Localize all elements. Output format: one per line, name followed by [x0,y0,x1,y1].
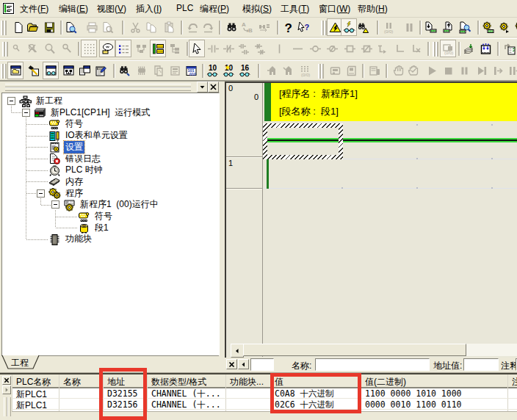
run-mode-gear-button[interactable] [480,18,496,36]
scrollbar-thumb[interactable] [243,344,466,356]
watch-cell-r2c3[interactable]: D32156 [107,399,138,410]
pause-counter-button[interactable]: (0/0) [380,18,397,36]
addrbar-prev-button[interactable] [238,359,249,369]
open-folder-button[interactable] [24,18,40,36]
sim-run-button[interactable] [424,62,440,79]
scroll-left-button[interactable] [231,344,244,358]
tree-expand-box[interactable] [37,189,45,198]
rung-wrap-button[interactable] [133,40,149,57]
redo-button[interactable] [200,18,216,36]
watch-col-header-8[interactable]: 注释 [512,376,517,388]
sim-pause-button[interactable] [456,62,472,79]
watch-col-divider[interactable] [103,374,104,411]
tree-item-1[interactable]: 新工程 [19,95,64,107]
tree-expand-box[interactable] [51,200,59,209]
watch-col-divider[interactable] [59,374,59,411]
print-button[interactable] [84,18,100,36]
address-reference-tool-button[interactable] [93,62,109,79]
address-value-field[interactable] [463,358,499,371]
closed-instruction-button[interactable] [358,40,375,57]
fb-instance-field[interactable] [250,358,274,371]
show-rung-ladder-button[interactable] [150,40,166,57]
cut-scissors-button[interactable] [127,18,143,36]
download-to-plc-button[interactable] [422,18,438,36]
toggle-workspace-window-button[interactable] [7,62,24,79]
toggle-crossref-window-button[interactable] [60,62,76,79]
tree-item-8[interactable]: 内存 [48,175,84,187]
toolbar-grip[interactable] [318,64,323,79]
memory-card-button[interactable] [344,62,360,79]
function-invoke-button[interactable] [375,40,391,57]
context-help-button[interactable]: ? [295,18,311,36]
block-hierarchy-button[interactable] [167,40,183,57]
sim-continuous-step-button[interactable] [505,62,517,79]
monitor-hex-button[interactable]: 16 [236,62,253,79]
tree-item-9[interactable]: 程序 [48,187,84,199]
sim-stop-button[interactable] [440,62,456,79]
dock-menu-button[interactable] [197,82,208,93]
toggle-watch-window-button[interactable] [43,62,59,79]
toolbar-grip[interactable] [433,42,438,57]
toolbar-grip[interactable] [321,21,326,35]
replace-button[interactable]: AB [239,18,255,36]
watch-col-header-7[interactable]: 值(二进制) [365,376,406,388]
pause-bars-button[interactable] [401,18,417,36]
line-delete-button[interactable] [408,40,424,57]
line-connect-button[interactable] [392,40,408,57]
or-contact-button[interactable] [236,40,252,57]
monitor-decimal-button[interactable]: 10 [204,62,220,79]
select-arrow-button[interactable] [189,40,205,57]
workspace-close-button[interactable] [208,82,219,93]
resume-simulation-hand-button[interactable] [405,62,422,79]
tree-item-4[interactable]: IO表和单元设置 [48,130,129,142]
contact-button[interactable] [205,40,221,57]
transfer-check-button[interactable] [502,40,517,57]
watch-col-header-5[interactable]: 功能块... [230,376,264,388]
ladder-window-icon[interactable] [2,2,15,15]
menu-2[interactable]: 编辑(E) [59,3,88,15]
watch-col-divider[interactable] [507,374,508,411]
workspace-caption[interactable] [0,82,221,92]
program-pages-button[interactable] [151,62,167,79]
zoom-cancel-button[interactable] [24,40,40,57]
menu-6[interactable]: 编程(P) [200,3,229,15]
goto-next-address-button[interactable] [280,62,296,79]
menu-5[interactable]: PLC [176,3,193,13]
toolbar-grip[interactable] [1,64,6,79]
watch-cell-r1c7[interactable]: 1100 0000 1010 1000 [365,388,462,399]
watch-cell-r1c3[interactable]: D32155 [107,388,138,399]
tree-item-2[interactable]: 新PLC1[CP1H] 运行模式 [34,106,151,118]
watch-close-button[interactable] [2,376,11,385]
watch-col-header-1[interactable]: PLC名称 [16,376,51,388]
watch-cell-r2c7[interactable]: 0000 0010 1100 0110 [365,399,462,410]
monitor-mode-gear-button[interactable] [496,18,512,36]
program-mode-gear-button[interactable] [512,18,517,36]
ladder-selection-rect[interactable] [263,123,343,159]
pause-simulation-hand-button[interactable] [391,62,407,79]
binary-monitor-button[interactable]: 101010 [183,62,199,79]
menu-7[interactable]: 模拟(S) [242,3,272,15]
paste-button[interactable] [161,18,177,36]
sim-step-run-button[interactable] [474,62,490,79]
menu-4[interactable]: 插入(I) [136,3,162,15]
closed-coil-button[interactable] [324,40,340,57]
zoom-selection-button[interactable] [8,40,24,57]
memory-cassette-button[interactable] [366,62,383,79]
show-address-list-button[interactable] [115,40,131,57]
data-trace-button[interactable] [460,40,477,57]
compile-page-magnifier-button[interactable] [62,18,79,36]
pause-monitor-button[interactable] [355,18,371,36]
save-floppy-button[interactable] [41,18,57,36]
menu-9[interactable]: 窗口(W) [319,3,350,15]
copy-button[interactable] [143,18,159,36]
tree-item-10[interactable]: 新程序1 (00)运行中 [63,199,160,211]
watch-col-header-3[interactable]: 地址 [107,376,125,388]
watch-col-divider[interactable] [361,374,361,411]
horizontal-line-button[interactable] [289,40,306,57]
menu-8[interactable]: 工具(T) [281,3,309,15]
zoom-in-button[interactable] [41,40,57,57]
upload-from-plc-button[interactable] [440,18,456,36]
watch-col-divider[interactable] [12,374,12,411]
tree-item-7[interactable]: PLC 时钟 [48,164,104,176]
closed-contact-button[interactable] [220,40,236,57]
